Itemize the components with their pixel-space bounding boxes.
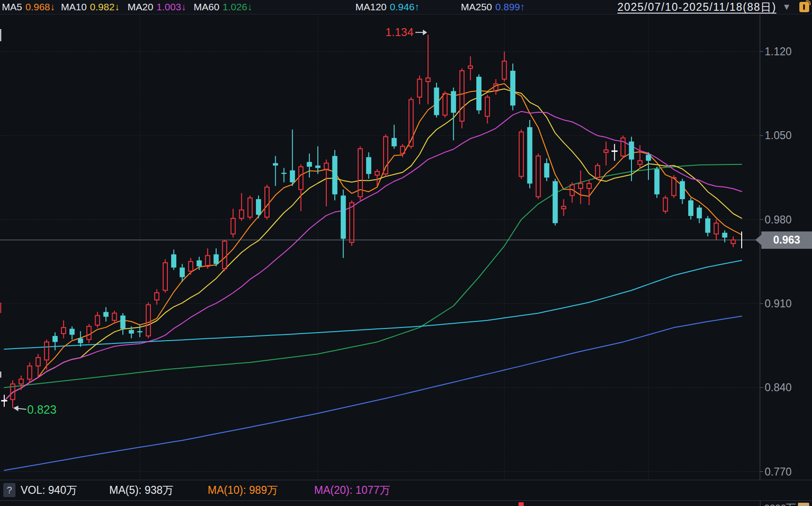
ma-indicator-ma5[interactable]: MA50.968↓ (2, 0, 55, 14)
ma-indicator-value: 0.899↑ (496, 1, 525, 12)
ma-indicator-label: MA250 (461, 1, 492, 12)
volume-pane-clipped: 0000万 (0, 501, 812, 506)
volume-stat-3: MA(20): 1077万 (314, 480, 390, 500)
ma-indicator-value: 0.968↓ (25, 1, 55, 12)
y-axis-tick-label: 0.840 (765, 381, 792, 394)
ma-indicator-label: MA60 (194, 1, 219, 12)
ma-indicator-label: MA5 (2, 1, 22, 12)
volume-stat-0: VOL: 940万 (21, 480, 77, 500)
lock-icon[interactable] (799, 2, 809, 12)
grid-layer: 1.1201.0500.9800.9100.8400.770 (0, 15, 792, 480)
low-price-annotation: 0.823 (27, 403, 57, 416)
ma-indicator-value: 0.946↑ (390, 1, 420, 12)
ma-indicator-value: 0.982↓ (90, 1, 120, 12)
high-price-annotation: 1.134 (385, 26, 414, 38)
ma-indicator-ma20[interactable]: MA201.003↓ (128, 0, 186, 14)
help-button[interactable]: ? (3, 483, 15, 497)
ma-indicator-bar: MA50.968↓MA100.982↓MA201.003↓MA601.026↓M… (0, 0, 812, 15)
last-price-value: 0.963 (773, 234, 800, 246)
volume-axis-label-clipped: 0000万 (764, 501, 796, 506)
price-badge-arrow-icon (755, 235, 761, 245)
volume-axis-badge-clipped (798, 503, 809, 506)
ma-indicator-ma250[interactable]: MA2500.899↑ (461, 0, 525, 14)
ma-indicator-ma60[interactable]: MA601.026↓ (194, 0, 252, 14)
ma-indicator-label: MA10 (61, 1, 87, 12)
candles-layer (1, 35, 742, 408)
y-axis-tick-label: 0.910 (765, 298, 792, 310)
ma-indicator-label: MA20 (128, 1, 153, 12)
ma-indicator-value: 1.003↓ (157, 1, 186, 12)
chevron-down-icon[interactable]: ▼ (780, 0, 794, 14)
date-range-selector[interactable]: 2025/07/10-2025/11/18(88日) (617, 0, 776, 14)
ma-indicator-ma120[interactable]: MA1200.946↑ (355, 0, 420, 14)
ma-indicator-value: 1.026↓ (223, 1, 252, 12)
y-axis-tick-label: 1.120 (765, 45, 792, 58)
ma-indicator-label: MA120 (355, 1, 387, 12)
y-axis-tick-label: 0.770 (765, 466, 792, 478)
candlestick-chart[interactable]: 1.1201.0500.9800.9100.8400.7701.1340.823 (0, 0, 812, 506)
y-axis-tick-label: 0.980 (765, 214, 792, 226)
stock-chart-screen: MA50.968↓MA100.982↓MA201.003↓MA601.026↓M… (0, 0, 812, 506)
volume-stat-1: MA(5): 938万 (109, 480, 173, 500)
ma-indicator-ma10[interactable]: MA100.982↓ (61, 0, 120, 14)
last-price-badge: 0.963 (761, 231, 812, 249)
volume-stat-2: MA(10): 989万 (208, 480, 278, 500)
axis-line-fragment (760, 501, 760, 506)
volume-info-bar: ? VOL: 940万MA(5): 938万MA(10): 989万MA(20)… (0, 480, 812, 500)
annotations-layer: 1.1340.823 (13, 26, 427, 416)
volume-bar-top (519, 502, 524, 506)
y-axis-tick-label: 1.050 (765, 129, 792, 141)
